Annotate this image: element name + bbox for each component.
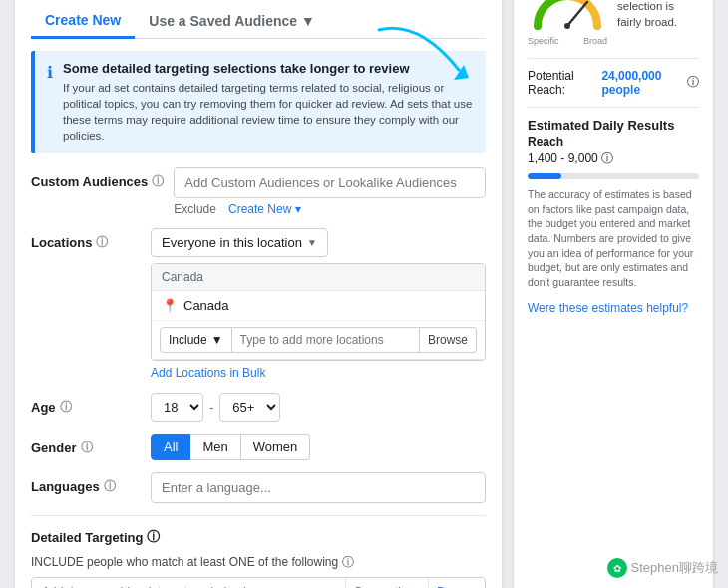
location-dropdown[interactable]: Everyone in this location ▼ (151, 228, 328, 257)
gender-info-icon[interactable]: ⓘ (81, 440, 93, 456)
locations-control: Everyone in this location ▼ Canada 📍 Can… (151, 228, 486, 381)
age-row-inputs: 18 - 65+ (151, 393, 486, 422)
reach-info-icon[interactable]: ⓘ (687, 74, 699, 91)
age-row: Age ⓘ 18 - 65+ (31, 393, 486, 422)
exclude-link[interactable]: Exclude (174, 202, 216, 216)
svg-point-1 (564, 23, 570, 29)
locations-label: Locations ⓘ (31, 228, 141, 251)
suggestions-button[interactable]: Suggestions (346, 578, 428, 588)
notice-box: ℹ Some detailed targeting selections tak… (31, 51, 486, 153)
location-pin-icon: 📍 (162, 298, 178, 313)
gender-men-button[interactable]: Men (190, 434, 240, 460)
custom-audiences-label: Custom Audiences ⓘ (31, 167, 164, 190)
gauge-specific-label: Specific (528, 36, 559, 46)
notice-title: Some detailed targeting selections take … (63, 61, 474, 76)
detailed-browse-button[interactable]: Browse (428, 578, 485, 588)
detailed-include-text: INCLUDE people who match at least ONE of… (31, 554, 486, 571)
add-locations-bulk-link[interactable]: Add Locations in Bulk (151, 366, 265, 380)
custom-audiences-info-icon[interactable]: ⓘ (152, 173, 164, 190)
gauge-broad-label: Broad (583, 36, 607, 46)
estimated-note: The accuracy of estimates is based on fa… (528, 187, 699, 290)
wechat-icon: ✿ (607, 558, 627, 578)
age-max-select[interactable]: 65+ (219, 393, 280, 422)
gender-label: Gender ⓘ (31, 434, 141, 456)
tab-create-new[interactable]: Create New (31, 4, 135, 39)
locations-info-icon[interactable]: ⓘ (96, 234, 108, 251)
age-control: 18 - 65+ (151, 393, 486, 422)
detailed-targeting-section: Detailed Targeting ⓘ INCLUDE people who … (31, 528, 486, 588)
include-dropdown[interactable]: Include ▼ (160, 327, 232, 353)
left-panel: Audience Define who you want to see your… (15, 0, 502, 588)
gender-all-button[interactable]: All (151, 434, 190, 460)
languages-row: Languages ⓘ (31, 472, 486, 503)
divider (31, 515, 486, 516)
notice-text: Some detailed targeting selections take … (63, 61, 474, 144)
gauge-wrap: Specific Broad (528, 0, 607, 46)
range-info-icon[interactable]: ⓘ (601, 151, 613, 165)
watermark-text: Stephen聊跨境 (631, 559, 718, 577)
gauge-container: Specific Broad Your audience selection i… (528, 0, 699, 46)
gender-women-button[interactable]: Women (241, 434, 311, 460)
custom-audiences-control: Exclude Create New ▾ (174, 167, 486, 216)
custom-audiences-sub-links: Exclude Create New ▾ (174, 202, 486, 216)
estimated-reach-label: Reach (528, 135, 699, 148)
detailed-input-row: Suggestions Browse (31, 577, 486, 588)
gauge-svg (528, 0, 607, 30)
helpful-link[interactable]: Were these estimates helpful? (528, 301, 688, 315)
location-type-input[interactable] (232, 327, 420, 353)
age-min-select[interactable]: 18 (151, 393, 203, 422)
custom-audiences-row: Custom Audiences ⓘ Exclude Create New ▾ (31, 167, 486, 216)
age-dash: - (209, 400, 213, 415)
gender-control: All Men Women (151, 434, 486, 460)
custom-audiences-input[interactable] (174, 167, 486, 198)
languages-control (151, 472, 486, 503)
potential-reach: Potential Reach: 24,000,000 people ⓘ (528, 69, 699, 97)
estimated-range: 1,400 - 9,000 ⓘ (528, 150, 699, 167)
estimated-bar-fill (528, 173, 561, 179)
languages-label: Languages ⓘ (31, 472, 141, 495)
location-box: Canada 📍 Canada Include ▼ Browse (151, 263, 486, 361)
detailed-targeting-input[interactable] (32, 578, 345, 588)
right-divider-2 (528, 107, 699, 108)
chevron-down-icon: ▼ (307, 237, 317, 248)
right-divider-1 (528, 58, 699, 59)
locations-row: Locations ⓘ Everyone in this location ▼ … (31, 228, 486, 381)
age-label: Age ⓘ (31, 393, 141, 416)
right-panel: Audience Size Specific Broad (514, 0, 713, 588)
notice-body: If your ad set contains detailed targeti… (63, 80, 474, 144)
age-info-icon[interactable]: ⓘ (60, 399, 72, 416)
estimated-bar (528, 173, 699, 179)
detailed-targeting-title: Detailed Targeting ⓘ (31, 528, 486, 546)
location-name-canada: Canada (183, 298, 229, 313)
languages-input[interactable] (151, 472, 486, 503)
gender-row: Gender ⓘ All Men Women (31, 434, 486, 460)
info-icon: ℹ (47, 63, 53, 144)
svg-line-0 (567, 2, 587, 26)
chevron-down-icon: ▼ (211, 333, 223, 347)
create-new-link[interactable]: Create New ▾ (228, 202, 301, 216)
watermark: ✿ Stephen聊跨境 (607, 558, 718, 578)
location-item-canada: 📍 Canada (152, 291, 485, 321)
location-input-row: Include ▼ Browse (152, 321, 485, 360)
detailed-targeting-info-icon[interactable]: ⓘ (147, 528, 160, 546)
gender-buttons: All Men Women (151, 434, 486, 460)
location-browse-button[interactable]: Browse (420, 327, 477, 353)
tabs-container: Create New Use a Saved Audience ▼ (31, 4, 486, 39)
tab-saved-audience[interactable]: Use a Saved Audience ▼ (135, 5, 329, 37)
languages-info-icon[interactable]: ⓘ (104, 478, 116, 495)
location-country-header: Canada (152, 264, 485, 291)
audience-size-description: Your audience selection is fairly broad. (617, 0, 699, 30)
detailed-include-info-icon[interactable]: ⓘ (342, 555, 354, 569)
gauge-labels: Specific Broad (528, 36, 607, 46)
estimated-title: Estimated Daily Results (528, 118, 699, 133)
